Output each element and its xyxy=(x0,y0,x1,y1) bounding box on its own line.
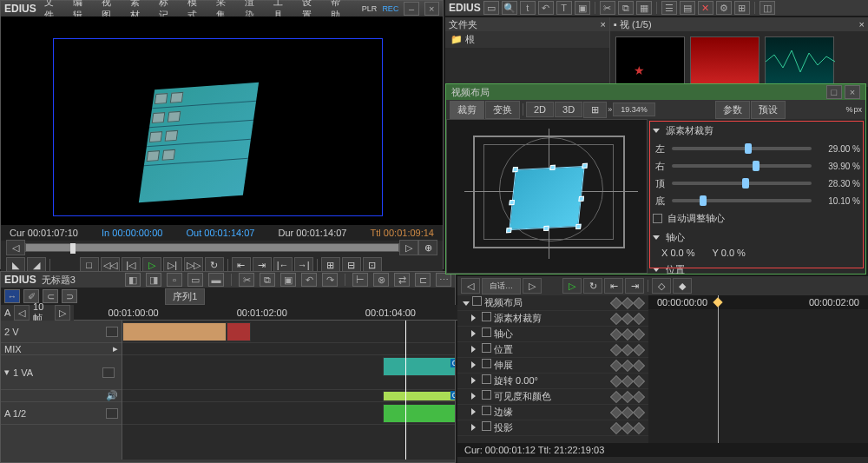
fx-row-2[interactable]: 轴心 xyxy=(457,327,648,342)
fx-check[interactable] xyxy=(482,359,491,368)
handle-b[interactable] xyxy=(543,226,549,231)
rt-delete-icon[interactable]: ✕ xyxy=(698,1,713,15)
mode-arrow-icon[interactable]: ↔ xyxy=(4,289,20,303)
tab-transform[interactable]: 变换 xyxy=(485,101,520,119)
fx-row-7[interactable]: 边缘 xyxy=(457,405,648,420)
tl-del-icon[interactable]: ⊗ xyxy=(373,273,389,287)
fx-check[interactable] xyxy=(482,421,491,431)
fx-row-1[interactable]: 源素材裁剪 xyxy=(457,311,648,327)
track-next-icon[interactable]: ▷ xyxy=(55,305,70,321)
fx-row-6[interactable]: 可见度和颜色 xyxy=(457,389,648,405)
window-min-icon[interactable]: – xyxy=(404,2,418,16)
clip-lime[interactable]: 01715 xyxy=(383,391,455,401)
mode-plr[interactable]: PLR xyxy=(362,4,378,13)
fx-row-3[interactable]: 位置 xyxy=(457,342,648,358)
kf-next-icon[interactable] xyxy=(633,312,645,324)
window-close-icon[interactable]: × xyxy=(424,2,439,16)
handle-tl[interactable] xyxy=(512,167,518,172)
layout-close-icon[interactable]: × xyxy=(845,85,860,99)
rt-misc-icon[interactable]: ◫ xyxy=(760,1,775,15)
crop-top-knob[interactable] xyxy=(742,178,749,189)
fx-key-prev-icon[interactable]: ◇ xyxy=(652,278,671,294)
zoom-value[interactable]: 19.34% xyxy=(613,103,655,116)
mode-link-icon[interactable]: ⊃ xyxy=(62,289,77,303)
fx-row-root[interactable]: 视频布局 xyxy=(457,295,648,311)
tl-open-icon[interactable]: ▭ xyxy=(187,273,203,287)
fx-ruler[interactable]: 00:00:00:00 00:00:02:00 xyxy=(648,295,868,309)
kf-next-icon[interactable] xyxy=(633,343,645,355)
fx-check[interactable] xyxy=(482,312,491,321)
fx-row-4[interactable]: 伸展 xyxy=(457,358,648,374)
rt-copy-icon[interactable]: ⧉ xyxy=(618,1,634,15)
scrub-bar[interactable]: ◁ ▷ ⊕ xyxy=(1,241,443,255)
crop-bottom-slider[interactable] xyxy=(672,199,812,202)
kf-next-icon[interactable] xyxy=(633,327,645,340)
fx-row-5[interactable]: 旋转 0.00° xyxy=(457,374,648,389)
preview-viewport[interactable] xyxy=(1,17,443,225)
handle-bl[interactable] xyxy=(506,228,512,233)
rt-search-icon[interactable]: 🔍 xyxy=(502,1,517,15)
handle-l[interactable] xyxy=(509,200,515,205)
rt-tool-t[interactable]: t xyxy=(520,1,536,15)
tl-undo-icon[interactable]: ↶ xyxy=(301,273,317,287)
track-prev-icon[interactable]: ◁ xyxy=(14,305,30,321)
canvas-clip[interactable] xyxy=(509,166,584,230)
rt-undo-icon[interactable]: ↶ xyxy=(538,1,554,15)
tl-new-icon[interactable]: ▫ xyxy=(167,273,182,287)
tl-save-icon[interactable]: ▬ xyxy=(208,273,224,287)
tl-paste-icon[interactable]: ▣ xyxy=(280,273,296,287)
tl-tool-1-icon[interactable]: ◧ xyxy=(125,273,141,287)
unit-pct[interactable]: % xyxy=(845,105,852,114)
kf-next-icon[interactable] xyxy=(633,296,645,308)
playhead[interactable] xyxy=(405,321,406,460)
clip-teal[interactable]: 01715 xyxy=(383,357,455,376)
tab-crop[interactable]: 裁剪 xyxy=(450,101,484,119)
rt-paste-icon[interactable]: ▦ xyxy=(636,1,652,15)
bin-close-icon[interactable]: × xyxy=(859,19,865,30)
bin-thumb-3[interactable] xyxy=(765,36,834,85)
fx-check[interactable] xyxy=(482,406,491,415)
fx-row-8[interactable]: 投影 xyxy=(457,420,648,436)
crop-left-knob[interactable] xyxy=(745,143,752,154)
fx-next-icon[interactable]: ▷ xyxy=(523,278,542,294)
tab-3d[interactable]: 3D xyxy=(555,102,582,117)
rt-cut-icon[interactable]: ✂ xyxy=(600,1,615,15)
tl-trim-icon[interactable]: ⊏ xyxy=(415,273,431,287)
tl-redo-icon[interactable]: ↷ xyxy=(322,273,338,287)
track-va1-header[interactable]: ▾1 VA xyxy=(1,355,122,390)
tab-params[interactable]: 参数 xyxy=(715,101,750,119)
tab-preset[interactable]: 预设 xyxy=(751,101,786,119)
rt-clip-icon[interactable]: ▣ xyxy=(575,1,590,15)
fx-loop-icon[interactable]: ↻ xyxy=(583,278,602,294)
handle-t[interactable] xyxy=(549,165,556,170)
fx-check[interactable] xyxy=(482,343,491,353)
fx-out-icon[interactable]: ⇥ xyxy=(625,278,644,294)
crop-left-slider[interactable] xyxy=(672,147,812,150)
bin-thumb-1[interactable]: ★ xyxy=(615,36,685,85)
crop-right-knob[interactable] xyxy=(753,161,760,171)
fx-in-icon[interactable]: ⇤ xyxy=(604,278,623,294)
kf-next-icon[interactable] xyxy=(633,374,645,387)
track-v2-toggle[interactable] xyxy=(106,327,118,337)
unit-px[interactable]: px xyxy=(854,105,863,114)
rt-list-icon[interactable]: ☰ xyxy=(661,1,677,15)
fx-play-button[interactable]: ▷ xyxy=(562,278,582,294)
rt-text-icon[interactable]: T xyxy=(556,1,572,15)
crop-top-slider[interactable] xyxy=(672,182,812,185)
layout-max-icon[interactable]: □ xyxy=(826,85,842,99)
rt-grid-icon[interactable]: ▤ xyxy=(680,1,695,15)
tl-tool-2-icon[interactable]: ◨ xyxy=(146,273,161,287)
fx-check[interactable] xyxy=(482,374,491,384)
crop-right-slider[interactable] xyxy=(672,164,812,168)
rt-new-icon[interactable]: ▭ xyxy=(483,1,499,15)
tl-extra-icon[interactable]: ⋯ xyxy=(436,273,451,287)
tl-copy-icon[interactable]: ⧉ xyxy=(260,273,275,287)
scrub-right-icon[interactable]: ▷ xyxy=(399,240,418,255)
scrub-left-icon[interactable]: ◁ xyxy=(6,240,25,255)
track-va1-audio[interactable]: 🔊 xyxy=(1,390,122,402)
mode-rec[interactable]: REC xyxy=(382,4,398,13)
sequence-tab[interactable]: 序列1 xyxy=(165,288,205,305)
tl-split-icon[interactable]: ⊢ xyxy=(352,273,368,287)
kf-next-icon[interactable] xyxy=(633,390,645,402)
fx-playhead[interactable] xyxy=(718,295,719,443)
